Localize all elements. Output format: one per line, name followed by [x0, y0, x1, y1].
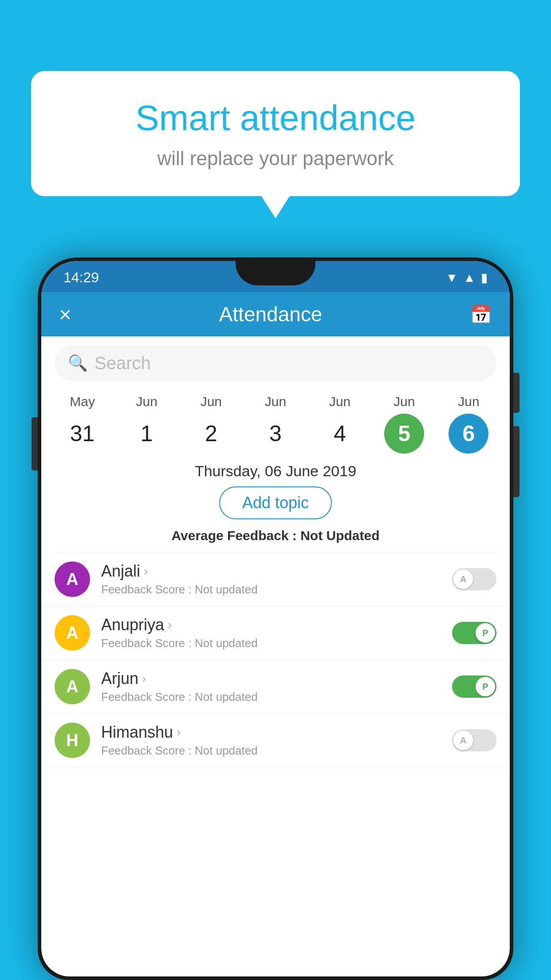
status-time: 14:29	[63, 269, 99, 286]
date-cell[interactable]: May31	[63, 394, 102, 454]
toggle-on[interactable]: P	[452, 622, 496, 644]
student-info: Anupriya ›Feedback Score : Not updated	[101, 616, 452, 650]
status-icons: ▼ ▲ ▮	[446, 270, 488, 285]
student-info: Himanshu ›Feedback Score : Not updated	[101, 723, 452, 758]
student-feedback: Feedback Score : Not updated	[101, 744, 452, 758]
date-cell[interactable]: Jun2	[191, 394, 231, 454]
date-month: Jun	[265, 394, 286, 409]
date-cell[interactable]: Jun5	[384, 394, 424, 454]
date-cell[interactable]: Jun6	[449, 394, 488, 454]
toggle-off[interactable]: A	[452, 729, 496, 751]
promo-section: Smart attendance will replace your paper…	[31, 71, 520, 196]
attendance-toggle[interactable]: P	[452, 622, 496, 644]
selected-date-label: Thursday, 06 June 2019	[41, 462, 510, 480]
date-row: May31Jun1Jun2Jun3Jun4Jun5Jun6	[41, 390, 510, 454]
student-item[interactable]: AAnupriya ›Feedback Score : Not updatedP	[41, 606, 510, 660]
date-number: 4	[320, 414, 360, 454]
date-number: 2	[191, 414, 231, 454]
student-info: Anjali ›Feedback Score : Not updated	[101, 562, 452, 597]
phone-screen: 14:29 ▼ ▲ ▮ × Attendance 📅 🔍 Search May3…	[41, 261, 510, 976]
toggle-thumb: P	[476, 677, 495, 696]
avg-feedback-value: Not Updated	[300, 528, 379, 543]
power-button	[513, 373, 520, 413]
student-feedback: Feedback Score : Not updated	[101, 690, 452, 704]
avg-feedback-label: Average Feedback :	[171, 528, 296, 543]
date-cell[interactable]: Jun3	[256, 394, 295, 454]
student-avatar: H	[55, 723, 90, 758]
student-avatar: A	[55, 669, 90, 704]
bubble-title: Smart attendance	[67, 98, 484, 138]
date-number: 6	[449, 414, 488, 454]
add-topic-button[interactable]: Add topic	[219, 486, 332, 519]
student-name: Anjali ›	[101, 562, 452, 581]
student-item[interactable]: AAnjali ›Feedback Score : Not updatedA	[41, 553, 510, 606]
date-month: Jun	[201, 394, 222, 409]
app-header: × Attendance 📅	[41, 292, 510, 336]
toggle-thumb: A	[453, 569, 473, 589]
battery-icon: ▮	[481, 270, 488, 285]
speech-bubble: Smart attendance will replace your paper…	[31, 71, 520, 196]
search-icon: 🔍	[68, 354, 88, 372]
student-name: Himanshu ›	[101, 723, 452, 742]
attendance-toggle[interactable]: P	[452, 676, 496, 698]
student-feedback: Feedback Score : Not updated	[101, 583, 452, 597]
student-avatar: A	[55, 615, 90, 651]
toggle-thumb: P	[476, 623, 495, 643]
toggle-on[interactable]: P	[452, 676, 496, 698]
volume-button	[31, 417, 38, 470]
date-number: 31	[63, 414, 102, 454]
attendance-toggle[interactable]: A	[452, 729, 496, 751]
date-number: 5	[384, 414, 424, 454]
header-title: Attendance	[219, 302, 323, 326]
phone-frame: 14:29 ▼ ▲ ▮ × Attendance 📅 🔍 Search May3…	[38, 257, 513, 980]
volume-button-right	[513, 426, 520, 497]
close-button[interactable]: ×	[59, 302, 71, 327]
date-month: Jun	[394, 394, 415, 409]
toggle-thumb: A	[453, 731, 473, 750]
student-name: Anupriya ›	[101, 616, 452, 634]
student-item[interactable]: HHimanshu ›Feedback Score : Not updatedA	[41, 714, 510, 767]
search-bar[interactable]: 🔍 Search	[55, 345, 496, 381]
phone-notch	[236, 261, 315, 285]
signal-icon: ▲	[463, 271, 476, 285]
student-info: Arjun ›Feedback Score : Not updated	[101, 669, 452, 704]
avg-feedback: Average Feedback : Not Updated	[41, 528, 510, 543]
student-item[interactable]: AArjun ›Feedback Score : Not updatedP	[41, 660, 510, 714]
student-feedback: Feedback Score : Not updated	[101, 636, 452, 650]
attendance-toggle[interactable]: A	[452, 568, 496, 590]
student-name: Arjun ›	[101, 669, 452, 688]
date-cell[interactable]: Jun4	[320, 394, 360, 454]
date-month: Jun	[458, 394, 479, 409]
bubble-subtitle: will replace your paperwork	[67, 147, 484, 170]
student-avatar: A	[55, 561, 90, 597]
date-month: May	[70, 394, 95, 409]
toggle-off[interactable]: A	[452, 568, 496, 590]
date-number: 3	[256, 414, 295, 454]
wifi-icon: ▼	[446, 271, 458, 285]
date-month: Jun	[136, 394, 157, 409]
date-cell[interactable]: Jun1	[127, 394, 167, 454]
search-placeholder: Search	[94, 353, 151, 373]
date-number: 1	[127, 414, 167, 454]
student-list: AAnjali ›Feedback Score : Not updatedAAA…	[41, 553, 510, 767]
date-month: Jun	[329, 394, 350, 409]
calendar-icon[interactable]: 📅	[470, 304, 492, 325]
